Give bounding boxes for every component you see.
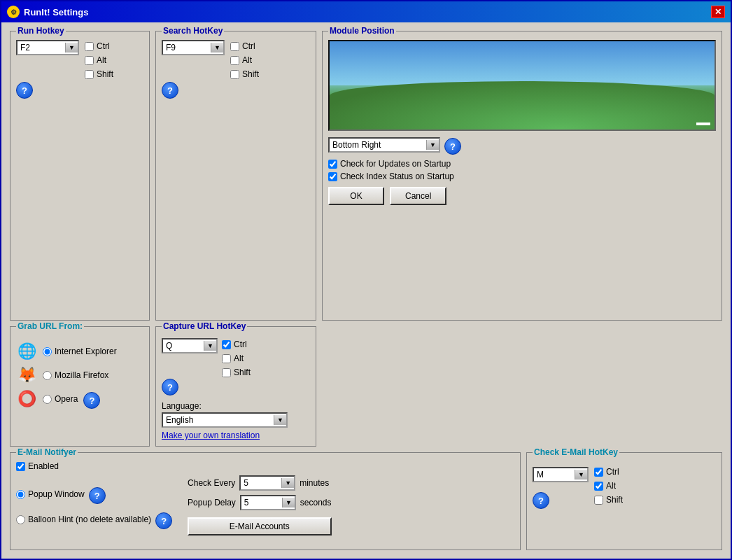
capture-key-arrow: ▼ [204,341,216,351]
search-hotkey-dropdown[interactable]: F9 ▼ [162,40,225,55]
main-content: Run Hotkey F2 ▼ Ctrl Alt [1,22,731,559]
email-ctrl-checkbox[interactable] [594,468,603,477]
email-hotkey-group: Check E-Mail HotKey M ▼ ? Ctrl [526,452,722,550]
grab-url-label: Grab URL From: [16,321,84,331]
check-every-label: Check Every [188,478,235,488]
cancel-button[interactable]: Cancel [390,187,446,205]
run-shift-checkbox[interactable] [85,70,94,79]
top-row: Run Hotkey F2 ▼ Ctrl Alt [10,31,722,321]
opera-radio[interactable] [43,395,52,404]
opera-radio-item[interactable]: Opera [43,394,78,404]
popup-delay-value: 5 [244,498,249,507]
mid-spacer [322,326,722,447]
check-index-checkbox[interactable] [328,172,337,181]
email-inner: Enabled Popup Window ? [16,461,514,536]
email-key-arrow: ▼ [575,470,587,479]
check-every-dropdown[interactable]: 5 ▼ [239,475,295,491]
balloon-hint-label: Balloon Hint (no delete available) [28,514,151,524]
popup-row: Popup Window ? [16,484,172,504]
capture-key-dropdown[interactable]: Q ▼ [162,338,218,354]
position-help[interactable]: ? [444,138,461,155]
capture-url-group: Capture URL HotKey Q ▼ Ctrl Alt [155,326,316,447]
minutes-label: minutes [300,478,329,488]
close-button[interactable]: ✕ [711,6,725,18]
position-dropdown[interactable]: Bottom Right ▼ [328,137,440,153]
language-dropdown[interactable]: English ▼ [162,412,288,428]
check-updates-checkbox[interactable] [328,160,337,169]
capture-alt-item[interactable]: Alt [222,354,251,363]
capture-ctrl-checkbox[interactable] [222,340,231,349]
email-key-dropdown[interactable]: M ▼ [533,467,589,482]
capture-ctrl-item[interactable]: Ctrl [222,340,251,349]
email-hotkey-help[interactable]: ? [533,492,549,509]
check-index-item[interactable]: Check Index Status on Startup [328,172,716,181]
run-ctrl-item[interactable]: Ctrl [85,41,113,51]
email-hotkey-inner: M ▼ ? Ctrl Alt Shift [533,461,716,509]
search-hotkey-help[interactable]: ? [162,82,178,99]
search-ctrl-item[interactable]: Ctrl [230,41,259,51]
ie-icon: 🌐 [16,341,37,362]
run-alt-checkbox[interactable] [85,56,94,65]
check-updates-label: Check for Updates on Startup [340,159,451,169]
capture-alt-checkbox[interactable] [222,354,231,363]
email-accounts-button[interactable]: E-Mail Accounts [188,517,331,536]
ie-browser-item: 🌐 Internet Explorer [16,341,143,362]
ok-button[interactable]: OK [328,187,384,205]
search-alt-item[interactable]: Alt [230,55,259,65]
position-arrow: ▼ [426,140,439,150]
email-enabled-checkbox[interactable] [16,462,25,471]
email-alt-item[interactable]: Alt [594,481,623,491]
run-alt-item[interactable]: Alt [85,55,113,65]
check-updates-item[interactable]: Check for Updates on Startup [328,159,716,169]
email-enabled-item[interactable]: Enabled [16,461,514,471]
mid-row: Grab URL From: 🌐 Internet Explorer 🦊 Moz… [10,326,722,447]
popup-help[interactable]: ? [89,487,106,504]
run-hotkey-help[interactable]: ? [16,82,33,99]
popup-window-label: Popup Window [28,489,85,499]
capture-shift-checkbox[interactable] [222,368,231,377]
email-popup-col: Popup Window ? Balloon Hint (no delete a… [16,484,172,529]
search-shift-item[interactable]: Shift [230,69,259,79]
popup-delay-arrow: ▼ [282,498,295,507]
monitor-hill [330,81,715,130]
email-check-row: Popup Window ? Balloon Hint (no delete a… [16,475,514,536]
firefox-radio[interactable] [43,371,52,380]
popup-window-item[interactable]: Popup Window [16,489,85,499]
monitor-preview [328,40,716,131]
module-position-label: Module Position [328,26,396,36]
run-shift-item[interactable]: Shift [85,69,113,79]
ie-radio-item[interactable]: Internet Explorer [43,346,117,356]
balloon-hint-radio[interactable] [16,515,25,524]
email-hotkey-label: Check E-Mail HotKey [533,447,619,457]
opera-icon: ⭕ [16,388,37,410]
search-hotkey-modifiers: Ctrl Alt Shift [230,41,259,79]
ie-radio[interactable] [43,347,52,356]
email-key-value: M [537,470,544,479]
popup-window-radio[interactable] [16,490,25,499]
popup-delay-dropdown[interactable]: 5 ▼ [240,495,296,510]
seconds-label: seconds [300,498,332,507]
search-shift-checkbox[interactable] [230,70,239,79]
email-ctrl-item[interactable]: Ctrl [594,467,623,477]
run-hotkey-dropdown[interactable]: F2 ▼ [16,40,79,55]
grab-url-help[interactable]: ? [83,392,100,409]
check-every-value: 5 [244,478,248,488]
monitor-sky [330,41,715,85]
balloon-hint-item[interactable]: Balloon Hint (no delete available) [16,514,151,524]
firefox-radio-item[interactable]: Mozilla Firefox [43,370,108,380]
email-alt-checkbox[interactable] [594,482,603,491]
check-options: Check for Updates on Startup Check Index… [328,159,716,181]
balloon-help[interactable]: ? [155,512,172,529]
email-hotkey-modifiers: Ctrl Alt Shift [594,467,623,505]
search-ctrl-checkbox[interactable] [230,42,239,51]
run-hotkey-value: F2 [20,43,30,52]
search-alt-checkbox[interactable] [230,56,239,65]
check-every-row: Check Every 5 ▼ minutes [188,475,331,491]
run-ctrl-checkbox[interactable] [85,42,94,51]
translation-link[interactable]: Make your own translation [162,430,260,440]
settings-window: ⚙ RunIt! Settings ✕ Run Hotkey F2 ▼ Ctrl [0,0,732,560]
email-shift-checkbox[interactable] [594,496,603,505]
capture-shift-item[interactable]: Shift [222,368,251,377]
capture-url-help[interactable]: ? [162,379,178,396]
email-shift-item[interactable]: Shift [594,495,623,505]
